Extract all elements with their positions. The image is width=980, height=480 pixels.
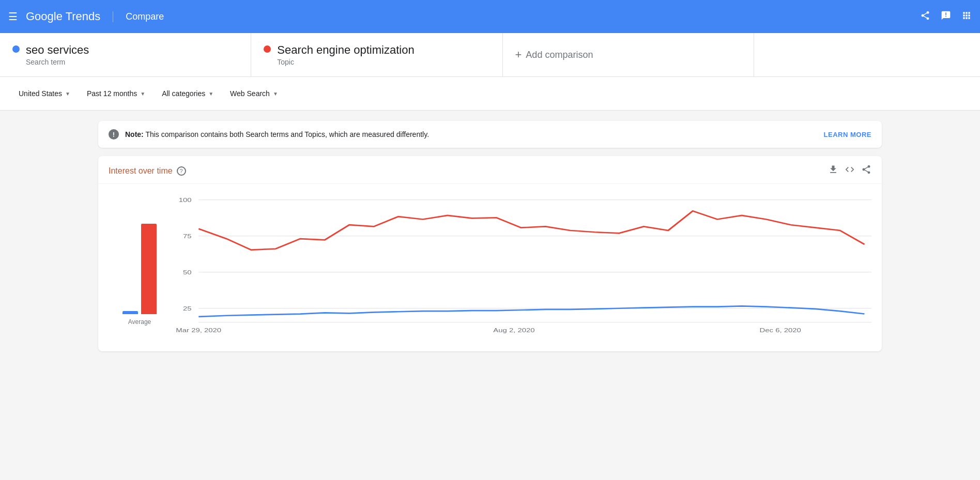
average-label: Average (128, 318, 151, 326)
search-type-label: Web Search (230, 89, 270, 98)
share-icon[interactable] (920, 10, 930, 23)
svg-text:Aug 2, 2020: Aug 2, 2020 (493, 327, 534, 334)
note-warning-icon: ! (109, 129, 119, 140)
header-actions (920, 10, 972, 23)
blue-trend-line (198, 306, 864, 316)
page-title: Compare (113, 11, 164, 22)
logo-text: Google Trends (26, 10, 100, 23)
search-terms-bar: seo services Search term Search engine o… (0, 33, 980, 77)
time-range-filter[interactable]: Past 12 months ▼ (81, 85, 151, 102)
term1-name: seo services (26, 43, 89, 57)
help-icon[interactable]: ? (177, 166, 186, 176)
menu-icon[interactable]: ☰ (8, 10, 18, 23)
chart-title-group: Interest over time ? (109, 166, 186, 176)
app-header: ☰ Google Trends Compare (0, 0, 980, 33)
average-bars (122, 200, 157, 314)
avg-bar-red (141, 224, 157, 314)
term2-content: Search engine optimization Topic (277, 43, 414, 66)
time-range-label: Past 12 months (87, 89, 137, 98)
note-left: ! Note: This comparison contains both Se… (109, 129, 429, 140)
chart-card: Interest over time ? (98, 156, 882, 351)
term1-type: Search term (26, 58, 89, 66)
location-arrow-icon: ▼ (65, 91, 70, 97)
term2-name: Search engine optimization (277, 43, 414, 57)
time-range-arrow-icon: ▼ (140, 91, 145, 97)
embed-button[interactable] (845, 164, 855, 177)
svg-text:Mar 29, 2020: Mar 29, 2020 (176, 327, 221, 334)
app-logo: Google Trends (26, 10, 100, 23)
chart-header: Interest over time ? (98, 156, 882, 184)
svg-text:50: 50 (183, 269, 192, 276)
search-type-filter[interactable]: Web Search ▼ (224, 85, 284, 102)
svg-text:Dec 6, 2020: Dec 6, 2020 (760, 327, 801, 334)
svg-text:100: 100 (179, 197, 192, 204)
feedback-icon[interactable] (941, 10, 951, 23)
red-trend-line (198, 211, 864, 250)
chart-actions (828, 164, 871, 177)
search-type-arrow-icon: ▼ (273, 91, 278, 97)
apps-icon[interactable] (961, 10, 972, 23)
average-section: Average (109, 194, 171, 341)
trend-chart-svg: 100 75 50 25 Mar 29, 2020 Aug 2, 2020 De… (171, 194, 871, 339)
location-label: United States (19, 89, 62, 98)
chart-body: Average 100 75 50 25 (98, 184, 882, 351)
download-button[interactable] (828, 164, 838, 177)
term2-type: Topic (277, 58, 414, 66)
note-text: Note: This comparison contains both Sear… (125, 130, 429, 138)
term1-dot (12, 45, 20, 53)
line-chart-section: 100 75 50 25 Mar 29, 2020 Aug 2, 2020 De… (171, 194, 871, 341)
main-content: ! Note: This comparison contains both Se… (0, 111, 980, 362)
chart-title: Interest over time (109, 166, 173, 176)
category-arrow-icon: ▼ (208, 91, 213, 97)
plus-icon: + (515, 48, 522, 61)
filters-bar: United States ▼ Past 12 months ▼ All cat… (0, 77, 980, 111)
note-body: This comparison contains both Search ter… (144, 130, 429, 138)
note-banner: ! Note: This comparison contains both Se… (98, 121, 882, 148)
avg-bar-blue (122, 311, 138, 314)
learn-more-button[interactable]: LEARN MORE (824, 131, 871, 138)
add-comparison-button[interactable]: + Add comparison (503, 33, 754, 76)
svg-text:75: 75 (183, 233, 192, 240)
search-term-item-1[interactable]: seo services Search term (0, 33, 251, 76)
term2-dot (264, 45, 271, 53)
term1-content: seo services Search term (26, 43, 89, 66)
svg-text:25: 25 (183, 305, 192, 312)
category-filter[interactable]: All categories ▼ (156, 85, 220, 102)
category-label: All categories (162, 89, 205, 98)
search-term-item-2[interactable]: Search engine optimization Topic (251, 33, 502, 76)
location-filter[interactable]: United States ▼ (12, 85, 76, 102)
empty-slot (754, 33, 980, 76)
note-bold: Note: (125, 130, 144, 138)
share-chart-button[interactable] (861, 164, 871, 177)
add-comparison-label: Add comparison (526, 50, 593, 60)
